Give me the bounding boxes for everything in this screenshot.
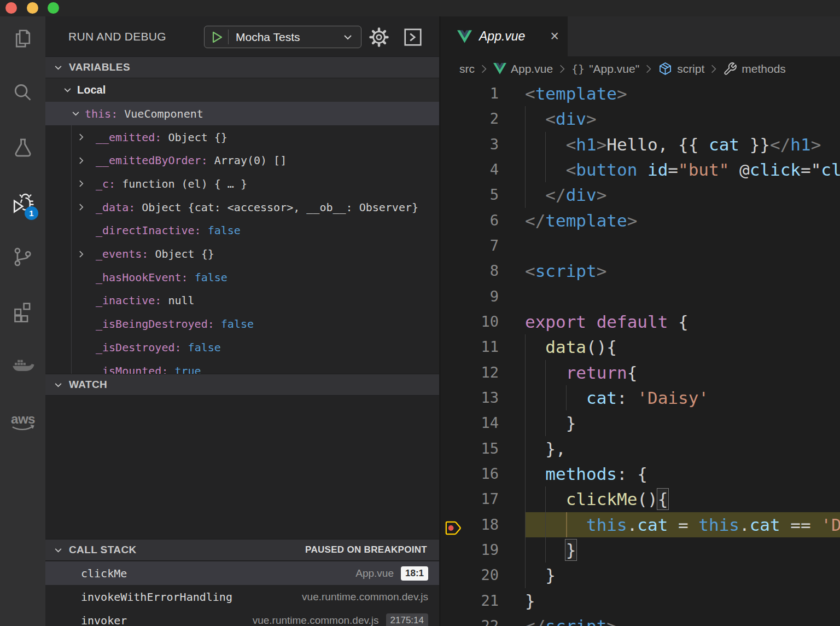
- call-stack-frame-clickMe[interactable]: clickMeApp.vue18:1: [45, 561, 439, 585]
- chevron-down-icon[interactable]: [63, 86, 72, 94]
- frame-file: vue.runtime.common.dev.js: [302, 591, 428, 603]
- activity-item-extensions[interactable]: [0, 293, 45, 333]
- code-line-21[interactable]: 21}: [441, 588, 840, 613]
- variables-section-header[interactable]: VARIABLES: [45, 56, 439, 78]
- line-number[interactable]: 4: [441, 157, 499, 182]
- line-number[interactable]: 15: [441, 436, 499, 461]
- code-line-19[interactable]: 19 }: [441, 537, 840, 563]
- code-line-4[interactable]: 4 <button id="but" @click="cl: [441, 157, 840, 182]
- line-number[interactable]: 18: [441, 512, 499, 537]
- variable-name: _directInactive:: [96, 224, 201, 237]
- activity-item-run-and-debug[interactable]: 1: [0, 184, 45, 223]
- debug-configuration-label[interactable]: Mocha Tests: [236, 31, 342, 44]
- line-number[interactable]: 17: [441, 486, 499, 512]
- scope-row-local[interactable]: Local: [45, 78, 439, 102]
- line-number[interactable]: 13: [441, 385, 499, 410]
- debug-configuration-dropdown[interactable]: Mocha Tests: [204, 26, 361, 48]
- breadcrumb-item-src[interactable]: src: [459, 62, 475, 76]
- start-debugging-icon[interactable]: [208, 29, 225, 45]
- line-number[interactable]: 8: [441, 258, 499, 283]
- variable-row-_events[interactable]: _events: Object {}: [45, 242, 439, 266]
- line-number[interactable]: 9: [441, 284, 499, 309]
- variable-name: _isBeingDestroyed:: [96, 317, 214, 331]
- tab-app-vue[interactable]: App.vue ×: [441, 16, 568, 56]
- code-line-8[interactable]: 8<script>: [441, 258, 840, 283]
- line-number[interactable]: 3: [441, 132, 499, 157]
- activity-item-search[interactable]: [0, 74, 45, 114]
- traffic-light-zoom[interactable]: [48, 2, 59, 14]
- line-number[interactable]: 21: [441, 588, 499, 613]
- code-line-15[interactable]: 15 },: [441, 436, 840, 461]
- code-line-2[interactable]: 2 <div>: [441, 106, 840, 131]
- code-line-16[interactable]: 16 methods: {: [441, 461, 840, 486]
- code-line-7[interactable]: 7: [441, 233, 840, 258]
- chevron-right-icon[interactable]: [77, 133, 85, 141]
- code-line-12[interactable]: 12 return{: [441, 360, 840, 385]
- chevron-down-icon[interactable]: [72, 109, 80, 118]
- chevron-right-icon[interactable]: [77, 179, 85, 188]
- code-line-14[interactable]: 14 }: [441, 410, 840, 436]
- activity-item-source-control[interactable]: [0, 239, 45, 278]
- breadcrumb-item-app-vue[interactable]: App.vue: [493, 62, 553, 76]
- call-stack-frame-invokeWithErrorHandling[interactable]: invokeWithErrorHandlingvue.runtime.commo…: [45, 585, 439, 608]
- code-line-11[interactable]: 11 data(){: [441, 334, 840, 360]
- close-tab-icon[interactable]: ×: [550, 29, 559, 44]
- debug-settings-gear-button[interactable]: [369, 27, 389, 48]
- code-line-17[interactable]: 17 clickMe(){: [441, 486, 840, 512]
- variable-row-_data[interactable]: _data: Object {cat: <accessor>, __ob__: …: [45, 195, 439, 219]
- line-number[interactable]: 22: [441, 613, 499, 626]
- code-line-5[interactable]: 5 </div>: [441, 182, 840, 207]
- search-icon: [11, 82, 34, 107]
- chevron-right-icon[interactable]: [77, 250, 85, 258]
- variable-row-_isDestroyed[interactable]: _isDestroyed: false: [45, 335, 439, 359]
- breadcrumb-item--app-vue-[interactable]: {}"App.vue": [571, 62, 639, 76]
- chevron-down-icon[interactable]: [342, 32, 353, 43]
- line-number[interactable]: 14: [441, 410, 499, 436]
- line-number[interactable]: 10: [441, 309, 499, 334]
- line-number[interactable]: 6: [441, 208, 499, 233]
- watch-section-header[interactable]: WATCH: [45, 374, 439, 396]
- chevron-right-icon[interactable]: [77, 156, 85, 165]
- code-line-9[interactable]: 9: [441, 284, 840, 309]
- line-number[interactable]: 7: [441, 233, 499, 258]
- variable-row-this[interactable]: this: VueComponent: [45, 102, 439, 125]
- line-number[interactable]: 16: [441, 461, 499, 486]
- variable-row-_isBeingDestroyed[interactable]: _isBeingDestroyed: false: [45, 312, 439, 336]
- variable-row-__emittedByOrder[interactable]: __emittedByOrder: Array(0) []: [45, 149, 439, 172]
- line-number[interactable]: 20: [441, 563, 499, 588]
- code-line-3[interactable]: 3 <h1>Hello, {{ cat }}</h1>: [441, 132, 840, 157]
- chevron-right-icon[interactable]: [77, 203, 85, 211]
- variable-row-_directInactive[interactable]: _directInactive: false: [45, 219, 439, 242]
- code-line-13[interactable]: 13 cat: 'Daisy': [441, 385, 840, 410]
- code-line-10[interactable]: 10export default {: [441, 309, 840, 334]
- variable-row-_hasHookEvent[interactable]: _hasHookEvent: false: [45, 265, 439, 289]
- call-stack-section-header[interactable]: CALL STACK PAUSED ON BREAKPOINT: [45, 539, 439, 561]
- code-line-1[interactable]: 1<template>: [441, 81, 840, 106]
- traffic-light-close[interactable]: [5, 2, 17, 14]
- code-line-18[interactable]: 18 this.cat = this.cat == 'D: [441, 512, 840, 537]
- activity-item-explorer[interactable]: [0, 20, 45, 59]
- debug-console-panel-button[interactable]: [402, 27, 423, 48]
- line-number[interactable]: 1: [441, 81, 499, 106]
- variable-row-_isMounted[interactable]: _isMounted: true: [45, 359, 439, 374]
- line-number[interactable]: 12: [441, 360, 499, 385]
- variable-row-__emitted[interactable]: __emitted: Object {}: [45, 125, 439, 149]
- breadcrumb-label: App.vue: [511, 62, 553, 76]
- activity-item-testing[interactable]: [0, 129, 45, 169]
- code-line-20[interactable]: 20 }: [441, 563, 840, 588]
- line-number[interactable]: 5: [441, 182, 499, 207]
- line-number[interactable]: 2: [441, 106, 499, 131]
- breadcrumb-item-methods[interactable]: methods: [723, 62, 786, 76]
- line-number[interactable]: 11: [441, 334, 499, 360]
- code-line-22[interactable]: 22</script>: [441, 613, 840, 626]
- activity-item-aws[interactable]: aws: [0, 403, 45, 442]
- breadcrumb-item-script[interactable]: script: [658, 61, 704, 76]
- variable-row-_c[interactable]: _c: function (el) { … }: [45, 172, 439, 195]
- variable-row-_inactive[interactable]: _inactive: null: [45, 289, 439, 312]
- code-line-6[interactable]: 6</template>: [441, 208, 840, 233]
- line-number[interactable]: 19: [441, 537, 499, 563]
- traffic-light-minimize[interactable]: [27, 2, 38, 14]
- code-text: }: [525, 410, 576, 436]
- activity-item-docker[interactable]: [0, 348, 45, 387]
- call-stack-frame-invoker[interactable]: invokervue.runtime.common.dev.js2175:14: [45, 608, 439, 626]
